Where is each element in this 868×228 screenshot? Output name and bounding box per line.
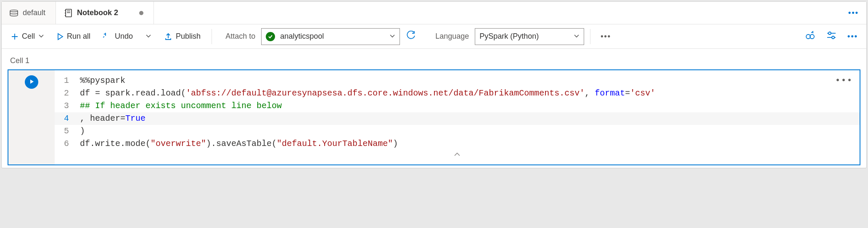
cell-gutter [8, 70, 55, 164]
code-editor[interactable]: ••• 1 %%pyspark 2 df = spark.read.load('… [55, 70, 860, 164]
undo-label: Undo [115, 32, 133, 41]
code-text: df.write.mode("overwrite").saveAsTable("… [80, 138, 860, 150]
toolbar: Cell Run all Undo Publi [2, 24, 866, 49]
more-horizontal-icon: ••• [848, 8, 859, 17]
play-icon [29, 78, 34, 87]
tab-default-label: default [23, 8, 45, 17]
variables-button[interactable] [801, 28, 820, 45]
code-line: 4 , header=True [55, 112, 860, 125]
code-line: 5 ) [55, 125, 860, 138]
cell-more-button[interactable]: ••• [835, 74, 853, 87]
code-line: 1 %%pyspark [55, 74, 860, 87]
refresh-button[interactable] [402, 28, 420, 45]
code-text: , header=True [80, 112, 860, 125]
code-text: %%pyspark [80, 74, 860, 87]
code-line: 2 df = spark.read.load('abfss://default@… [55, 87, 860, 100]
line-number: 4 [55, 112, 80, 125]
attach-to-value: analyticspool [280, 32, 384, 41]
tab-notebook[interactable]: Notebook 2 [56, 2, 154, 24]
chevron-down-icon [146, 32, 151, 41]
line-number: 2 [55, 87, 80, 100]
code-line: 3 ## If header exists uncomment line bel… [55, 100, 860, 112]
attach-to-select[interactable]: analyticspool [261, 28, 400, 45]
line-number: 5 [55, 125, 80, 138]
sliders-icon [826, 31, 836, 42]
more-horizontal-icon: ••• [601, 32, 611, 40]
plus-icon [11, 33, 19, 40]
chevron-down-icon [574, 32, 580, 41]
more-horizontal-icon: ••• [847, 32, 858, 40]
upload-icon [164, 32, 172, 41]
add-cell-label: Cell [22, 32, 35, 41]
unsaved-indicator-icon [139, 11, 143, 15]
variables-icon [805, 31, 815, 42]
code-cell: ••• 1 %%pyspark 2 df = spark.read.load('… [8, 69, 860, 165]
undo-button[interactable]: Undo [98, 29, 138, 43]
language-label: Language [423, 32, 472, 41]
run-all-label: Run all [67, 32, 90, 41]
tabbar-more-button[interactable]: ••• [841, 2, 866, 24]
tab-default[interactable]: default [2, 2, 56, 24]
run-cell-button[interactable] [25, 75, 38, 89]
settings-button[interactable] [822, 29, 841, 44]
toolbar-overflow-button[interactable]: ••• [843, 29, 862, 43]
more-horizontal-icon: ••• [835, 76, 853, 85]
toolbar-separator [590, 29, 590, 44]
svg-rect-0 [66, 9, 71, 17]
publish-label: Publish [176, 32, 201, 41]
line-number: 3 [55, 100, 80, 112]
svg-point-9 [828, 32, 831, 34]
undo-icon [103, 33, 111, 40]
tab-bar: default Notebook 2 ••• [2, 2, 866, 24]
chevron-down-icon [389, 32, 395, 41]
refresh-icon [407, 31, 416, 42]
notebook-icon [64, 8, 73, 18]
line-number: 1 [55, 74, 80, 87]
toolbar-more-button[interactable]: ••• [596, 29, 615, 43]
code-text: ) [80, 125, 860, 138]
run-all-button[interactable]: Run all [52, 29, 95, 43]
collapse-cell-button[interactable] [453, 148, 461, 161]
publish-button[interactable]: Publish [159, 29, 206, 43]
svg-point-11 [832, 36, 834, 39]
cell-area: Cell 1 ••• 1 %%pyspark 2 [2, 49, 866, 168]
code-text: ## If header exists uncomment line below [80, 100, 860, 112]
code-text: df = spark.read.load('abfss://default@az… [80, 87, 860, 100]
language-value: PySpark (Python) [479, 32, 569, 41]
language-select[interactable]: PySpark (Python) [475, 28, 584, 45]
play-icon [57, 33, 64, 40]
chevron-up-icon [453, 150, 461, 159]
add-cell-button[interactable]: Cell [6, 29, 49, 43]
undo-dropdown-button[interactable] [140, 29, 156, 43]
cell-label: Cell 1 [8, 56, 860, 69]
tab-notebook-label: Notebook 2 [77, 8, 118, 17]
toolbar-separator [212, 29, 212, 44]
app-window: default Notebook 2 ••• Cell [1, 1, 867, 168]
line-number: 6 [55, 138, 80, 150]
chevron-down-icon [38, 32, 44, 41]
status-ok-icon [266, 32, 275, 41]
database-icon [9, 9, 19, 17]
attach-to-label: Attach to [218, 32, 259, 41]
